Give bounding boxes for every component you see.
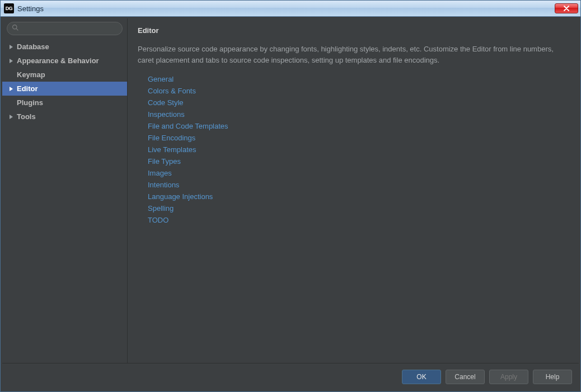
editor-link-language-injections[interactable]: Language Injections [148,191,569,202]
editor-link-general[interactable]: General [148,73,569,85]
sidebar-item-keymap[interactable]: Keymap [2,68,127,82]
body: DatabaseAppearance & BehaviorKeymapEdito… [1,17,580,391]
editor-link-intentions[interactable]: Intentions [148,179,569,191]
editor-link-live-templates[interactable]: Live Templates [148,144,569,155]
sidebar-item-tools[interactable]: Tools [2,110,127,124]
titlebar: DG Settings [1,1,580,17]
editor-link-colors-fonts[interactable]: Colors & Fonts [148,85,569,97]
chevron-right-icon [8,44,15,50]
app-icon-text: DG [6,6,13,11]
sidebar-item-label: Editor [17,84,38,93]
window-title: Settings [17,4,44,13]
button-bar: OK Cancel Apply Help [2,363,579,390]
editor-link-todo[interactable]: TODO [148,214,569,226]
page-description: Personalize source code appearance by ch… [138,44,569,65]
editor-sublinks: GeneralColors & FontsCode StyleInspectio… [148,73,569,226]
sidebar-item-plugins[interactable]: Plugins [2,96,127,110]
main-split: DatabaseAppearance & BehaviorKeymapEdito… [2,18,579,363]
editor-link-code-style[interactable]: Code Style [148,97,569,108]
editor-link-file-types[interactable]: File Types [148,155,569,167]
search-wrap [2,22,127,39]
editor-link-file-encodings[interactable]: File Encodings [148,132,569,144]
apply-button: Apply [489,370,528,384]
page-title: Editor [138,26,569,35]
chevron-right-icon [8,86,15,92]
sidebar-item-appearance-behavior[interactable]: Appearance & Behavior [2,54,127,68]
sidebar-item-label: Database [17,42,49,51]
search-input[interactable] [22,24,118,33]
search-icon [12,24,19,33]
sidebar-item-label: Tools [17,112,36,121]
editor-link-images[interactable]: Images [148,167,569,179]
search-box[interactable] [7,22,123,35]
editor-link-inspections[interactable]: Inspections [148,108,569,120]
svg-point-0 [13,25,17,29]
chevron-right-icon [8,58,15,64]
editor-link-file-and-code-templates[interactable]: File and Code Templates [148,120,569,132]
settings-window: DG Settings DatabaseAppearance [0,0,581,392]
chevron-right-icon [8,114,15,120]
close-button[interactable] [555,3,578,13]
sidebar-item-editor[interactable]: Editor [2,82,127,96]
sidebar-item-database[interactable]: Database [2,40,127,54]
settings-tree: DatabaseAppearance & BehaviorKeymapEdito… [2,39,127,363]
app-icon: DG [4,3,14,13]
sidebar-item-label: Keymap [17,70,45,79]
svg-line-1 [16,29,18,30]
sidebar-item-label: Plugins [17,98,43,107]
sidebar: DatabaseAppearance & BehaviorKeymapEdito… [2,18,128,363]
close-icon [563,4,570,13]
sidebar-item-label: Appearance & Behavior [17,56,99,65]
ok-button[interactable]: OK [402,370,441,384]
editor-link-spelling[interactable]: Spelling [148,202,569,214]
content-panel: Editor Personalize source code appearanc… [128,18,579,363]
cancel-button[interactable]: Cancel [446,370,485,384]
help-button[interactable]: Help [533,370,572,384]
